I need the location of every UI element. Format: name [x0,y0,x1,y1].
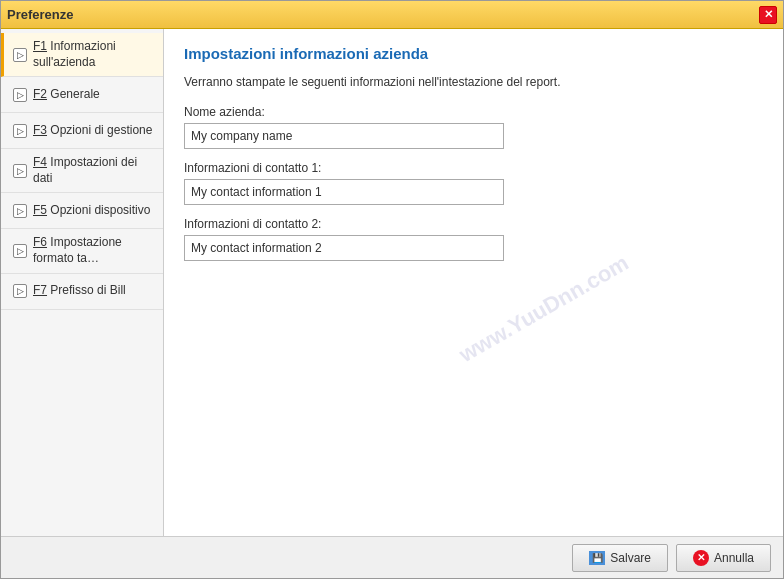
sidebar-item-f3[interactable]: ▷ F3 Opzioni di gestione [1,113,163,149]
sidebar-icon-f3: ▷ [13,124,27,138]
title-bar-buttons: ✕ [759,6,777,24]
field-group-company-name: Nome azienda: [184,105,763,149]
watermark: www.YuuDnn.com [455,250,633,368]
sidebar-item-f6[interactable]: ▷ F6 Impostazione formato ta… [1,229,163,273]
description: Verranno stampate le seguenti informazio… [184,74,763,91]
window-title: Preferenze [7,7,73,22]
field-group-contact2: Informazioni di contatto 2: [184,217,763,261]
sidebar-label-f2: F2 Generale [33,87,100,103]
input-contact1[interactable] [184,179,504,205]
sidebar-item-f2[interactable]: ▷ F2 Generale [1,77,163,113]
input-company-name[interactable] [184,123,504,149]
sidebar: ▷ F1 Informazioni sull'azienda ▷ F2 Gene… [1,29,164,536]
sidebar-label-f1: F1 Informazioni sull'azienda [33,39,155,70]
cancel-icon: ✕ [693,550,709,566]
label-company-name: Nome azienda: [184,105,763,119]
main-content: www.YuuDnn.com Impostazioni informazioni… [164,29,783,536]
save-icon: 💾 [589,551,605,565]
sidebar-item-f7[interactable]: ▷ F7 Prefisso di Bill [1,274,163,310]
cancel-button[interactable]: ✕ Annulla [676,544,771,572]
footer: 💾 Salvare ✕ Annulla [1,536,783,578]
sidebar-icon-f4: ▷ [13,164,27,178]
sidebar-icon-f1: ▷ [13,48,27,62]
close-button[interactable]: ✕ [759,6,777,24]
cancel-label: Annulla [714,551,754,565]
sidebar-icon-f5: ▷ [13,204,27,218]
save-label: Salvare [610,551,651,565]
sidebar-icon-f7: ▷ [13,284,27,298]
title-bar: Preferenze ✕ [1,1,783,29]
label-contact2: Informazioni di contatto 2: [184,217,763,231]
sidebar-label-f4: F4 Impostazioni dei dati [33,155,155,186]
sidebar-label-f7: F7 Prefisso di Bill [33,283,126,299]
sidebar-icon-f6: ▷ [13,244,27,258]
save-button[interactable]: 💾 Salvare [572,544,668,572]
label-contact1: Informazioni di contatto 1: [184,161,763,175]
main-window: Preferenze ✕ ▷ F1 Informazioni sull'azie… [0,0,784,579]
sidebar-label-f5: F5 Opzioni dispositivo [33,203,150,219]
field-group-contact1: Informazioni di contatto 1: [184,161,763,205]
input-contact2[interactable] [184,235,504,261]
sidebar-label-f6: F6 Impostazione formato ta… [33,235,155,266]
sidebar-item-f4[interactable]: ▷ F4 Impostazioni dei dati [1,149,163,193]
sidebar-icon-f2: ▷ [13,88,27,102]
window-body: ▷ F1 Informazioni sull'azienda ▷ F2 Gene… [1,29,783,536]
sidebar-item-f1[interactable]: ▷ F1 Informazioni sull'azienda [1,33,163,77]
sidebar-label-f3: F3 Opzioni di gestione [33,123,152,139]
sidebar-item-f5[interactable]: ▷ F5 Opzioni dispositivo [1,193,163,229]
section-title: Impostazioni informazioni azienda [184,45,763,62]
